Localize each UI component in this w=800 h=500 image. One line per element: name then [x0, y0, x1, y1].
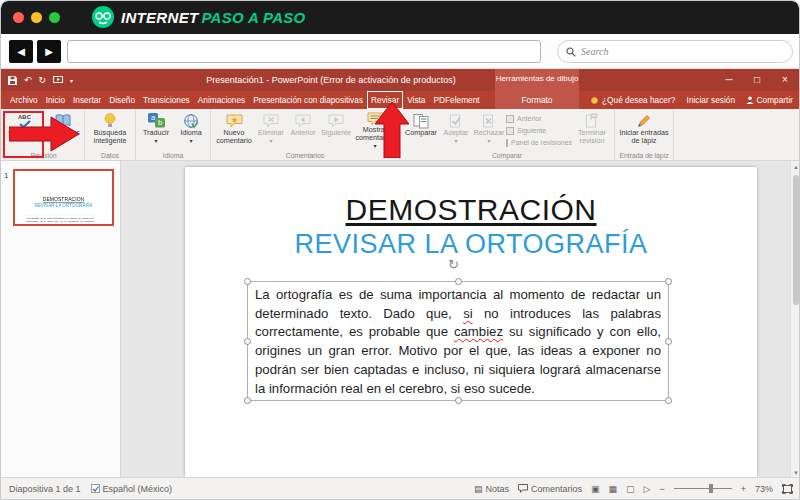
app-window: INTERNETPASO A PASO ◀ ▶ ↶ ↻	[0, 0, 800, 500]
group-label-revision: Revisión	[3, 152, 84, 159]
search-icon	[566, 47, 576, 57]
url-input[interactable]	[67, 40, 541, 63]
ribbon-group-comentarios: Nuevo comentario Eliminar ▾	[211, 109, 400, 160]
selection-handle[interactable]	[665, 278, 672, 285]
slideshow-view-button[interactable]: ▷	[644, 484, 651, 494]
search-box	[557, 40, 793, 63]
selection-handle[interactable]	[665, 397, 672, 404]
close-icon[interactable]: ×	[771, 69, 799, 91]
selection-handle[interactable]	[455, 397, 462, 404]
zoom-thumb[interactable]	[709, 484, 713, 493]
slide-subtitle[interactable]: REVISAR LA ORTOGRAFÍA	[185, 229, 757, 260]
person-icon	[746, 96, 754, 104]
next-change-icon	[506, 127, 514, 135]
reading-view-button[interactable]: ▢	[626, 484, 635, 494]
zoom-in-button[interactable]: +	[741, 484, 746, 494]
slide-number: 1	[4, 171, 8, 180]
start-inking-button[interactable]: Iniciar entradas de lápiz	[617, 110, 671, 149]
compare-docs-icon	[413, 112, 429, 129]
tab-presentacion-con-diapositivas[interactable]: Presentación con diapositivas	[249, 91, 367, 109]
tab-pdfelement[interactable]: PDFelement	[429, 91, 483, 109]
share-button[interactable]: Compartir	[746, 91, 793, 109]
notes-button[interactable]: ▤ Notas	[474, 484, 509, 494]
globe-icon	[183, 112, 199, 129]
tab-transiciones[interactable]: Transiciones	[139, 91, 194, 109]
normal-view-button[interactable]: ▣	[591, 484, 600, 494]
new-comment-icon	[226, 112, 243, 129]
selection-handle[interactable]	[244, 278, 251, 285]
selection-handle[interactable]	[244, 338, 251, 345]
redo-icon[interactable]: ↻	[39, 75, 47, 85]
back-button[interactable]: ◀	[9, 40, 33, 63]
status-bar: Diapositiva 1 de 1 Español (México) ▤ No…	[1, 477, 799, 499]
annotation-arrow-revisar-tab	[375, 102, 409, 158]
dropdown-arrow-icon: ▾	[154, 138, 157, 144]
ribbon-group-comparar: Comparar Aceptar ▾	[400, 109, 615, 160]
fit-to-window-icon[interactable]	[782, 484, 793, 494]
selection-handle[interactable]	[455, 278, 462, 285]
selection-handle[interactable]	[665, 338, 672, 345]
slide-body-text: La ortografía es de suma importancia al …	[255, 286, 661, 398]
delete-comment-button: Eliminar ▾	[255, 110, 287, 149]
browser-titlebar: INTERNETPASO A PASO	[1, 1, 799, 34]
group-label-comentarios: Comentarios	[211, 152, 399, 159]
slide-sorter-view-button[interactable]: ▦	[609, 484, 618, 494]
reject-button: Rechazar ▾	[472, 110, 506, 149]
browser-navbar: ◀ ▶	[1, 34, 799, 69]
lightbulb-lookup-icon	[103, 112, 117, 129]
inking-pen-icon	[636, 112, 652, 129]
vertical-scrollbar[interactable]: ▲ ▼	[790, 161, 800, 479]
tab-inicio[interactable]: Inicio	[42, 91, 69, 109]
slide-thumbnail[interactable]: DEMOSTRACIÓN REVISAR LA ORTOGRAFÍA La or…	[13, 169, 114, 226]
zoom-slider[interactable]	[674, 483, 732, 494]
slide-thumbnail-preview: DEMOSTRACIÓN REVISAR LA ORTOGRAFÍA La or…	[15, 197, 112, 226]
maximize-icon[interactable]: □	[743, 69, 771, 91]
zoom-out-button[interactable]: −	[659, 484, 664, 494]
zoom-dot[interactable]	[49, 12, 60, 23]
close-dot[interactable]	[13, 12, 24, 23]
language-button[interactable]: Idioma ▾	[174, 110, 208, 149]
search-input[interactable]	[581, 46, 784, 57]
new-comment-button[interactable]: Nuevo comentario	[213, 110, 255, 149]
undo-icon[interactable]: ↶	[24, 75, 32, 85]
reviewing-pane-icon	[506, 139, 508, 147]
minimize-icon[interactable]: ─	[715, 69, 743, 91]
forward-button[interactable]: ▶	[37, 40, 61, 63]
comments-button[interactable]: Comentarios	[518, 484, 582, 494]
rotation-handle[interactable]: ↻	[448, 257, 459, 272]
misspelled-word: si	[463, 306, 473, 321]
tab-diseno[interactable]: Diseño	[105, 91, 139, 109]
group-label-datos: Datos	[85, 152, 135, 159]
end-review-button: Terminar revisión	[572, 110, 612, 149]
slide-canvas[interactable]: DEMOSTRACIÓN REVISAR LA ORTOGRAFÍA ↻ La …	[185, 167, 757, 477]
slideshow-icon[interactable]	[53, 76, 63, 84]
slide-title[interactable]: DEMOSTRACIÓN	[185, 193, 757, 227]
reject-x-icon	[482, 112, 496, 129]
sign-in-button[interactable]: Iniciar sesión	[687, 91, 735, 109]
minimize-dot[interactable]	[31, 12, 42, 23]
group-label-entrada-lapiz: Entrada de lápiz	[615, 152, 673, 159]
tab-archivo[interactable]: Archivo	[6, 91, 42, 109]
save-icon[interactable]	[8, 76, 17, 85]
slide-textbox[interactable]: La ortografía es de suma importancia al …	[247, 281, 669, 401]
language-status[interactable]: Español (México)	[91, 484, 173, 494]
qat-dropdown-icon[interactable]: ▾	[70, 77, 73, 84]
previous-change-icon	[506, 115, 514, 123]
zoom-track	[674, 488, 732, 489]
tab-formato[interactable]: Formato	[518, 91, 557, 109]
dropdown-arrow-icon: ▾	[487, 138, 490, 144]
scroll-up-icon[interactable]: ▲	[791, 161, 800, 170]
tell-me-box[interactable]: ¿Qué desea hacer?	[591, 91, 675, 109]
translate-button[interactable]: a b Traducir ▾	[138, 110, 174, 149]
scroll-down-icon[interactable]: ▼	[791, 470, 800, 476]
selection-handle[interactable]	[244, 397, 251, 404]
tab-insertar[interactable]: Insertar	[69, 91, 105, 109]
tab-animaciones[interactable]: Animaciones	[194, 91, 250, 109]
zoom-level[interactable]: 73%	[755, 484, 773, 494]
lightbulb-icon	[591, 97, 598, 104]
smart-lookup-button[interactable]: Búsqueda inteligente	[87, 110, 133, 149]
scrollbar-thumb[interactable]	[793, 175, 799, 305]
ribbon-group-datos: Búsqueda inteligente Datos	[85, 109, 136, 160]
group-label-comparar: Comparar	[400, 152, 614, 159]
previous-comment-icon	[295, 112, 311, 129]
